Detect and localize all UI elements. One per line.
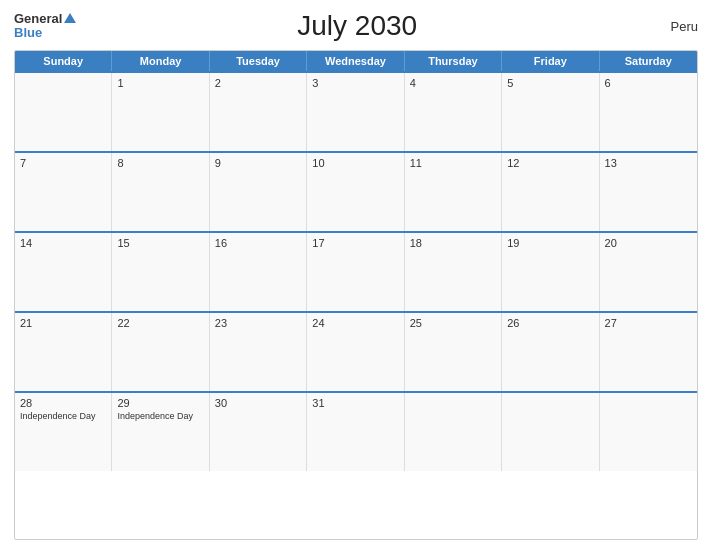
day-number: 30 (215, 397, 301, 409)
day-number: 26 (507, 317, 593, 329)
calendar-header-tuesday: Tuesday (210, 51, 307, 71)
day-number: 17 (312, 237, 398, 249)
day-number: 9 (215, 157, 301, 169)
calendar-header-thursday: Thursday (405, 51, 502, 71)
calendar-cell: 25 (405, 313, 502, 391)
calendar-cell: 20 (600, 233, 697, 311)
calendar-cell: 10 (307, 153, 404, 231)
day-number: 14 (20, 237, 106, 249)
calendar-cell: 22 (112, 313, 209, 391)
calendar-cell: 4 (405, 73, 502, 151)
calendar: SundayMondayTuesdayWednesdayThursdayFrid… (14, 50, 698, 540)
day-number: 11 (410, 157, 496, 169)
calendar-header-monday: Monday (112, 51, 209, 71)
day-number: 2 (215, 77, 301, 89)
day-number: 22 (117, 317, 203, 329)
calendar-cell: 18 (405, 233, 502, 311)
calendar-cell: 31 (307, 393, 404, 471)
calendar-cell (405, 393, 502, 471)
calendar-cell (600, 393, 697, 471)
day-number: 25 (410, 317, 496, 329)
calendar-header-friday: Friday (502, 51, 599, 71)
day-number: 29 (117, 397, 203, 409)
country-label: Peru (638, 19, 698, 34)
calendar-cell: 21 (15, 313, 112, 391)
calendar-cell: 12 (502, 153, 599, 231)
day-number: 6 (605, 77, 692, 89)
calendar-cell: 27 (600, 313, 697, 391)
day-number: 19 (507, 237, 593, 249)
calendar-cell: 13 (600, 153, 697, 231)
day-number: 23 (215, 317, 301, 329)
day-number: 4 (410, 77, 496, 89)
day-number: 5 (507, 77, 593, 89)
calendar-cell (15, 73, 112, 151)
calendar-cell: 7 (15, 153, 112, 231)
calendar-cell: 2 (210, 73, 307, 151)
calendar-cell: 28Independence Day (15, 393, 112, 471)
calendar-cell: 14 (15, 233, 112, 311)
calendar-cell: 17 (307, 233, 404, 311)
day-event: Independence Day (117, 411, 203, 423)
calendar-cell: 19 (502, 233, 599, 311)
day-number: 18 (410, 237, 496, 249)
calendar-cell: 9 (210, 153, 307, 231)
calendar-cell: 1 (112, 73, 209, 151)
day-number: 20 (605, 237, 692, 249)
day-number: 8 (117, 157, 203, 169)
logo-general-text: General (14, 12, 76, 26)
calendar-cell: 30 (210, 393, 307, 471)
header: General Blue July 2030 Peru (14, 10, 698, 42)
calendar-cell: 16 (210, 233, 307, 311)
day-number: 16 (215, 237, 301, 249)
page: General Blue July 2030 Peru SundayMonday… (0, 0, 712, 550)
calendar-cell: 15 (112, 233, 209, 311)
day-number: 13 (605, 157, 692, 169)
day-number: 21 (20, 317, 106, 329)
day-number: 1 (117, 77, 203, 89)
calendar-cell (502, 393, 599, 471)
calendar-header-saturday: Saturday (600, 51, 697, 71)
calendar-header-sunday: Sunday (15, 51, 112, 71)
calendar-cell: 29Independence Day (112, 393, 209, 471)
day-number: 15 (117, 237, 203, 249)
calendar-header-wednesday: Wednesday (307, 51, 404, 71)
calendar-week-3: 14151617181920 (15, 231, 697, 311)
calendar-cell: 24 (307, 313, 404, 391)
calendar-week-5: 28Independence Day29Independence Day3031 (15, 391, 697, 471)
day-number: 3 (312, 77, 398, 89)
calendar-title: July 2030 (76, 10, 638, 42)
calendar-body: 1234567891011121314151617181920212223242… (15, 71, 697, 471)
day-number: 7 (20, 157, 106, 169)
day-number: 31 (312, 397, 398, 409)
logo-blue-text: Blue (14, 26, 42, 40)
calendar-cell: 5 (502, 73, 599, 151)
calendar-cell: 6 (600, 73, 697, 151)
day-number: 12 (507, 157, 593, 169)
calendar-week-2: 78910111213 (15, 151, 697, 231)
day-number: 10 (312, 157, 398, 169)
calendar-cell: 8 (112, 153, 209, 231)
day-number: 24 (312, 317, 398, 329)
day-number: 27 (605, 317, 692, 329)
calendar-header: SundayMondayTuesdayWednesdayThursdayFrid… (15, 51, 697, 71)
calendar-cell: 23 (210, 313, 307, 391)
day-event: Independence Day (20, 411, 106, 423)
calendar-cell: 3 (307, 73, 404, 151)
logo-triangle-icon (64, 13, 76, 23)
calendar-cell: 26 (502, 313, 599, 391)
day-number: 28 (20, 397, 106, 409)
logo: General Blue (14, 12, 76, 41)
calendar-week-1: 123456 (15, 71, 697, 151)
calendar-cell: 11 (405, 153, 502, 231)
calendar-week-4: 21222324252627 (15, 311, 697, 391)
